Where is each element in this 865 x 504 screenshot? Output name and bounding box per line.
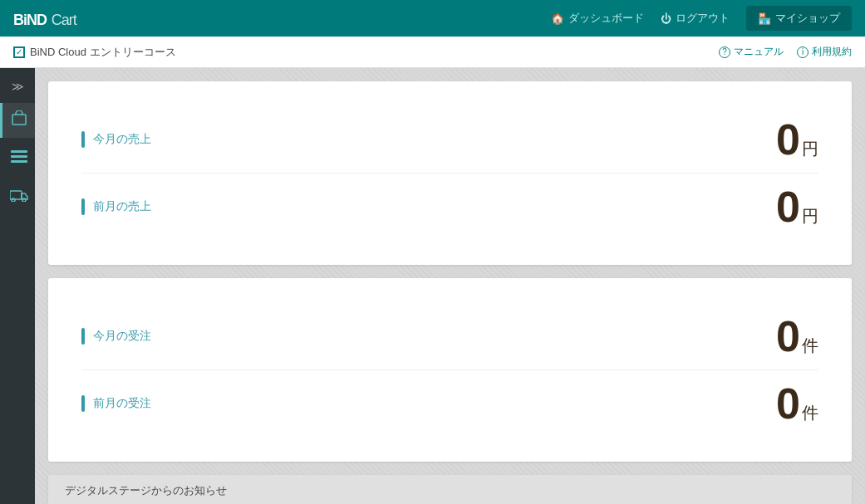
main-layout: ≫ [0,68,865,504]
current-month-orders-row: 今月の受注 0 件 [81,303,818,369]
sidebar-item-cart[interactable] [0,103,35,138]
question-icon: ? [719,46,730,58]
logout-nav[interactable]: ⏻ ログアウト [661,11,730,26]
header-left: BiND Cart [13,7,76,30]
prev-month-orders-row: 前月の受注 0 件 [81,369,818,437]
orders-card: 今月の受注 0 件 前月の受注 0 件 [48,278,852,462]
sidebar: ≫ [0,68,35,504]
header-nav: 🏠 ダッシュボード ⏻ ログアウト 🏪 マイショップ [551,6,852,31]
info-icon: i [797,46,808,58]
svg-rect-0 [12,115,26,125]
sub-header-links: ? マニュアル i 利用規約 [719,45,852,59]
cart-icon [11,110,27,131]
manual-link[interactable]: ? マニュアル [719,45,784,59]
svg-rect-1 [11,150,27,153]
home-icon: 🏠 [551,12,564,25]
news-card: デジタルステージからのお知らせ キャンペーン 2014/05/14 【イプシロン… [48,475,852,504]
sub-header: ✓ BiND Cloud エントリーコース ? マニュアル i 利用規約 [0,37,865,68]
shop-icon: 🏪 [758,12,771,25]
sidebar-toggle[interactable]: ≫ [2,73,32,100]
svg-point-6 [22,198,26,202]
svg-point-5 [12,198,15,202]
label-bar [81,131,85,148]
prev-month-orders-value: 0 件 [776,382,818,425]
svg-rect-4 [10,191,22,199]
current-month-orders-label: 今月の受注 [81,328,151,345]
svg-rect-3 [11,160,27,163]
current-month-sales-value: 0 円 [776,118,818,161]
breadcrumb: ✓ BiND Cloud エントリーコース [13,45,176,60]
checkbox-icon: ✓ [13,46,25,58]
sidebar-item-list[interactable] [0,141,35,176]
current-month-sales-row: 今月の売上 0 円 [81,106,818,173]
chevron-icon: ≫ [12,80,24,93]
prev-month-sales-label: 前月の売上 [81,198,151,215]
header: BiND Cart 🏠 ダッシュボード ⏻ ログアウト 🏪 マイショップ [0,0,865,37]
svg-rect-2 [11,155,27,158]
prev-month-sales-value: 0 円 [776,185,818,228]
label-bar [81,328,85,345]
content: 今月の売上 0 円 前月の売上 0 円 [35,68,865,504]
sales-card: 今月の売上 0 円 前月の売上 0 円 [48,81,852,265]
dashboard-nav[interactable]: 🏠 ダッシュボード [551,11,644,26]
myshop-nav[interactable]: 🏪 マイショップ [746,6,852,31]
label-bar [81,395,85,412]
list-icon [11,150,27,168]
truck-icon [10,188,28,206]
sidebar-item-shipping[interactable] [0,179,35,214]
app-logo: BiND Cart [13,7,76,30]
power-icon: ⏻ [661,12,671,25]
current-month-sales-label: 今月の売上 [81,131,151,148]
terms-link[interactable]: i 利用規約 [797,45,852,59]
prev-month-orders-label: 前月の受注 [81,395,151,412]
news-header: デジタルステージからのお知らせ [48,475,852,504]
prev-month-sales-row: 前月の売上 0 円 [81,173,818,240]
label-bar [81,198,85,215]
current-month-orders-value: 0 件 [776,315,818,358]
